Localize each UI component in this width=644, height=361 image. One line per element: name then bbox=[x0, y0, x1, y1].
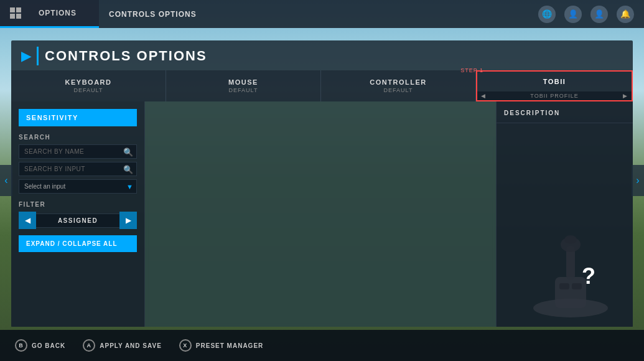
tab-tobii-label: TOBII bbox=[477, 72, 632, 91]
description-header: DESCRIPTION bbox=[497, 101, 633, 123]
apply-save-icon: A bbox=[83, 339, 95, 352]
tab-mouse-label: MOUSE bbox=[228, 78, 258, 86]
content-area: SENSITIVITY SEARCH 🔍 🔍 Select an input ▼ bbox=[11, 101, 633, 327]
options-label: OPTIONS bbox=[26, 9, 89, 17]
description-label: DESCRIPTION bbox=[504, 110, 560, 116]
filter-prev-button[interactable]: ◀ bbox=[19, 212, 36, 229]
tab-mouse-sub: DEFAULT bbox=[229, 87, 258, 93]
search-section: SEARCH 🔍 🔍 Select an input ▼ bbox=[19, 133, 137, 194]
middle-content bbox=[145, 101, 496, 327]
question-mark: ? bbox=[582, 263, 595, 289]
right-panel: DESCRIPTION bbox=[496, 101, 633, 327]
go-back-button[interactable]: B GO BACK bbox=[15, 339, 65, 352]
preset-manager-label: PRESET MANAGER bbox=[196, 342, 263, 349]
options-tab[interactable]: OPTIONS bbox=[0, 0, 99, 28]
top-bar-icons: 🌐 👤 👤 🔔 bbox=[538, 6, 644, 23]
user-icon-1[interactable]: 👤 bbox=[564, 6, 582, 23]
apply-save-label: APPLY AND SAVE bbox=[100, 342, 162, 349]
sensitivity-button[interactable]: SENSITIVITY bbox=[19, 109, 137, 126]
filter-value: ASSIGNED bbox=[36, 213, 119, 228]
apply-and-save-button[interactable]: A APPLY AND SAVE bbox=[83, 339, 162, 352]
joystick-icon bbox=[515, 227, 627, 321]
filter-row: ◀ ASSIGNED ▶ bbox=[19, 212, 137, 229]
description-body: ? bbox=[497, 123, 633, 327]
svg-rect-4 bbox=[559, 283, 569, 289]
search-by-input-icon[interactable]: 🔍 bbox=[123, 164, 133, 174]
panel-header: ▶ CONTROLS OPTIONS bbox=[11, 40, 633, 70]
tab-row: KEYBOARD DEFAULT MOUSE DEFAULT CONTROLLE… bbox=[11, 70, 633, 101]
main-panel: ▶ CONTROLS OPTIONS KEYBOARD DEFAULT MOUS… bbox=[11, 40, 633, 327]
search-by-input-wrap: 🔍 bbox=[19, 162, 137, 176]
left-sidebar: SENSITIVITY SEARCH 🔍 🔍 Select an input ▼ bbox=[11, 101, 145, 327]
search-by-name-wrap: 🔍 bbox=[19, 144, 137, 159]
search-by-name-input[interactable] bbox=[19, 144, 137, 159]
controls-options-tab-label: CONTROLS OPTIONS bbox=[99, 10, 197, 19]
step-label: STEP 1 bbox=[460, 67, 483, 73]
search-label: SEARCH bbox=[19, 134, 137, 141]
expand-collapse-button[interactable]: EXPAND / COLLAPSE ALL bbox=[19, 235, 137, 252]
go-back-label: GO BACK bbox=[32, 342, 65, 349]
tab-tobii[interactable]: TOBII ◀ TOBII PROFILE ▶ bbox=[476, 70, 633, 101]
tab-keyboard-label: KEYBOARD bbox=[65, 78, 112, 86]
panel-header-divider bbox=[37, 47, 39, 65]
search-by-name-icon[interactable]: 🔍 bbox=[123, 147, 133, 156]
tobii-profile-label: TOBII PROFILE bbox=[530, 93, 578, 99]
select-input-wrap: Select an input ▼ bbox=[19, 179, 137, 194]
tab-keyboard-sub: DEFAULT bbox=[74, 87, 103, 93]
tab-controller[interactable]: CONTROLLER DEFAULT bbox=[321, 70, 476, 101]
tab-mouse[interactable]: MOUSE DEFAULT bbox=[166, 70, 321, 101]
tab-controller-sub: DEFAULT bbox=[384, 87, 413, 93]
preset-manager-button[interactable]: X PRESET MANAGER bbox=[179, 339, 263, 352]
svg-rect-5 bbox=[572, 283, 582, 289]
user-icon-2[interactable]: 👤 bbox=[590, 6, 608, 23]
go-back-icon: B bbox=[15, 339, 27, 352]
tobii-nav-bottom: ◀ TOBII PROFILE ▶ bbox=[477, 91, 632, 100]
tab-keyboard[interactable]: KEYBOARD DEFAULT bbox=[11, 70, 166, 101]
top-bar: OPTIONS CONTROLS OPTIONS 🌐 👤 👤 🔔 bbox=[0, 0, 644, 28]
globe-icon[interactable]: 🌐 bbox=[538, 6, 556, 23]
panel-header-arrow: ▶ bbox=[21, 49, 30, 63]
content-blur-overlay bbox=[145, 101, 496, 327]
tobii-next-arrow[interactable]: ▶ bbox=[623, 93, 628, 99]
search-by-input-input[interactable] bbox=[19, 162, 137, 176]
side-nav-right-button[interactable]: › bbox=[632, 165, 644, 196]
tobii-prev-arrow[interactable]: ◀ bbox=[481, 93, 486, 99]
select-input[interactable]: Select an input bbox=[19, 179, 137, 194]
bell-icon[interactable]: 🔔 bbox=[617, 6, 634, 23]
side-nav-left-button[interactable]: ‹ bbox=[0, 165, 12, 196]
grid-icon bbox=[10, 7, 21, 19]
filter-next-button[interactable]: ▶ bbox=[119, 212, 137, 229]
bottom-bar: B GO BACK A APPLY AND SAVE X PRESET MANA… bbox=[0, 330, 644, 361]
svg-point-6 bbox=[564, 235, 577, 244]
preset-manager-icon: X bbox=[179, 339, 192, 352]
tab-controller-label: CONTROLLER bbox=[370, 78, 426, 86]
filter-section: FILTER ◀ ASSIGNED ▶ bbox=[19, 200, 137, 229]
filter-label: FILTER bbox=[19, 201, 137, 208]
panel-title: CONTROLS OPTIONS bbox=[45, 48, 207, 64]
